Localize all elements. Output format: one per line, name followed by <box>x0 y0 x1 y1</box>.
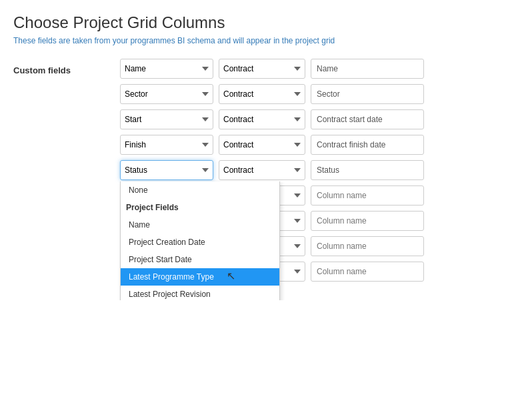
column-name-2[interactable] <box>311 84 424 104</box>
column-name-5[interactable] <box>311 160 424 180</box>
dropdown-group-project-fields: Project Fields <box>121 199 279 216</box>
status-dropdown-wrapper: Status None Project Fields Name Project … <box>120 160 213 180</box>
source-select-5[interactable]: Contract <box>219 160 305 180</box>
field-row-3: Start Contract <box>120 109 519 129</box>
dropdown-item-project-creation-date[interactable]: Project Creation Date <box>121 234 279 251</box>
field-select-2[interactable]: Sector <box>120 84 213 104</box>
field-row-5: Status None Project Fields Name Project … <box>120 160 519 180</box>
column-name-8[interactable] <box>311 236 424 256</box>
field-select-4[interactable]: Finish <box>120 135 213 155</box>
column-name-3[interactable] <box>311 109 424 129</box>
source-select-4[interactable]: Contract <box>219 135 305 155</box>
field-select-5[interactable]: Status <box>120 160 213 180</box>
page-subtitle: These fields are taken from your program… <box>13 36 519 45</box>
custom-fields-label: Custom fields <box>13 65 71 75</box>
field-row-4: Finish Contract <box>120 135 519 155</box>
dropdown-list: None Project Fields Name Project Creatio… <box>120 181 280 300</box>
field-select-3[interactable]: Start <box>120 109 213 129</box>
source-select-3[interactable]: Contract <box>219 109 305 129</box>
column-name-6[interactable] <box>311 185 424 206</box>
field-row-2: Sector Contract <box>120 84 519 104</box>
field-select-1[interactable]: Name <box>120 59 213 79</box>
column-name-7[interactable] <box>311 211 424 231</box>
dropdown-item-none[interactable]: None <box>121 181 279 199</box>
source-select-1[interactable]: Contract <box>219 59 305 79</box>
source-select-2[interactable]: Contract <box>219 84 305 104</box>
page-title: Choose Project Grid Columns <box>13 13 519 32</box>
column-name-1[interactable] <box>311 59 424 79</box>
dropdown-item-latest-programme-type[interactable]: Latest Programme Type <box>121 268 279 286</box>
dropdown-scrollable: None Project Fields Name Project Creatio… <box>121 181 279 300</box>
column-name-9[interactable] <box>311 262 424 282</box>
dropdown-item-name[interactable]: Name <box>121 216 279 234</box>
column-name-4[interactable] <box>311 135 424 155</box>
field-row-1: Name Contract <box>120 59 519 79</box>
dropdown-item-latest-project-revision[interactable]: Latest Project Revision <box>121 286 279 300</box>
dropdown-item-project-start-date[interactable]: Project Start Date <box>121 251 279 268</box>
